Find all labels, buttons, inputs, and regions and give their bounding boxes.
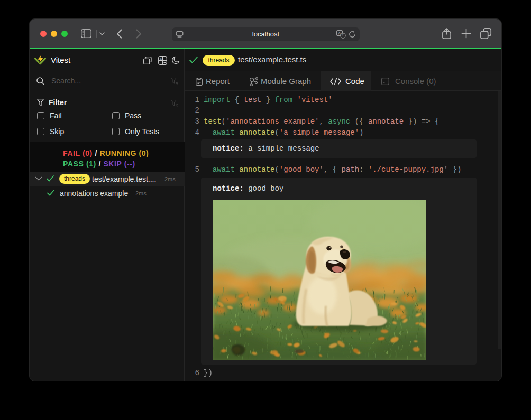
- svg-text:31: 31: [160, 57, 163, 60]
- svg-text:*: *: [342, 33, 343, 38]
